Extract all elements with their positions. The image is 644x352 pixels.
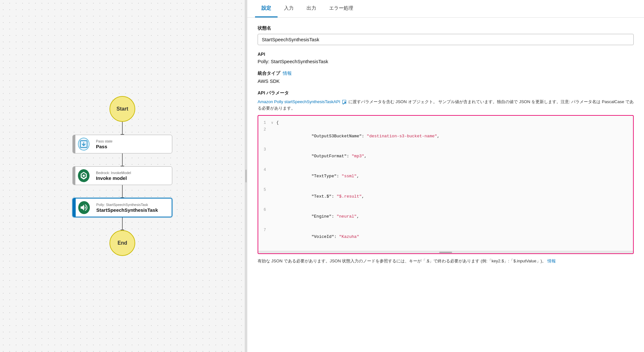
integration-type-label: 統合タイプ bbox=[258, 71, 280, 76]
code-line-1: 1 ∨ { bbox=[258, 120, 633, 126]
line-num-3: 3 bbox=[258, 147, 271, 153]
line-num-2: 2 bbox=[258, 127, 271, 133]
pass-sidebar bbox=[73, 135, 75, 153]
scrollbar-thumb bbox=[439, 252, 452, 253]
api-value: Polly: StartSpeechSynthesisTask bbox=[258, 59, 634, 64]
line-num-4: 4 bbox=[258, 167, 271, 173]
bottom-note-info-link[interactable]: 情報 bbox=[547, 259, 556, 263]
bedrock-sidebar bbox=[73, 167, 75, 185]
line-num-1: 1 bbox=[258, 120, 271, 126]
state-name-input[interactable] bbox=[258, 34, 634, 45]
panel-content: 状態名 API Polly: StartSpeechSynthesisTask … bbox=[247, 18, 644, 352]
polly-state-type: Polly: StartSpeechSynthesisTask bbox=[96, 203, 168, 207]
arrow-3 bbox=[122, 185, 123, 198]
pass-state-node[interactable]: Pass state Pass bbox=[72, 135, 172, 153]
state-name-label: 状態名 bbox=[258, 25, 634, 31]
code-text-7: "VoiceId": "Kazuha" bbox=[276, 227, 633, 247]
code-line-5: 5 "Text.$": "$.result", bbox=[258, 187, 633, 207]
right-panel: 設定 入力 出力 エラー処理 状態名 API Polly: StartSpeec… bbox=[247, 0, 644, 352]
tab-settings[interactable]: 設定 bbox=[255, 0, 278, 17]
pass-icon bbox=[79, 140, 88, 149]
polly-state-node[interactable]: Polly: StartSpeechSynthesisTask StartSpe… bbox=[72, 198, 172, 217]
tab-output[interactable]: 出力 bbox=[300, 0, 323, 17]
integration-type-info-link[interactable]: 情報 bbox=[283, 71, 292, 76]
end-node-label: End bbox=[118, 240, 127, 246]
bedrock-icon-circle bbox=[78, 169, 90, 182]
line-num-6: 6 bbox=[258, 207, 271, 213]
pass-icon-area bbox=[75, 135, 92, 153]
polly-state-name: StartSpeechSynthesisTask bbox=[96, 207, 168, 213]
code-line-7: 7 "VoiceId": "Kazuha" bbox=[258, 227, 633, 247]
code-text-6: "Engine": "neural", bbox=[276, 207, 633, 227]
bedrock-state-type: Bedrock: InvokeModel bbox=[96, 171, 168, 175]
divider-handle bbox=[245, 170, 247, 182]
integration-type-value: AWS SDK bbox=[258, 78, 634, 84]
arrow-2 bbox=[122, 153, 123, 166]
start-node-label: Start bbox=[117, 106, 128, 112]
bedrock-text-area: Bedrock: InvokeModel Invoke model bbox=[92, 167, 172, 185]
code-line-2: 2 "OutputS3BucketName": "destination-s3-… bbox=[258, 126, 633, 146]
polly-text-area: Polly: StartSpeechSynthesisTask StartSpe… bbox=[92, 199, 172, 217]
tab-error[interactable]: エラー処理 bbox=[323, 0, 360, 17]
bedrock-icon bbox=[79, 171, 88, 180]
start-node[interactable]: Start bbox=[109, 96, 135, 122]
api-label: API bbox=[258, 52, 634, 57]
polly-icon-area bbox=[76, 199, 92, 217]
bedrock-state-name: Invoke model bbox=[96, 175, 168, 181]
panel-divider bbox=[245, 0, 247, 352]
flow-diagram-panel: Start Pass state Pass bbox=[0, 0, 245, 352]
polly-icon-circle bbox=[78, 201, 90, 214]
tab-bar: 設定 入力 出力 エラー処理 bbox=[247, 0, 644, 18]
flow-container: Start Pass state Pass bbox=[72, 96, 172, 256]
code-line-6: 6 "Engine": "neural", bbox=[258, 207, 633, 227]
api-params-link[interactable]: Amazon Polly startSpeechSynthesisTaskAPI bbox=[258, 99, 348, 104]
polly-sidebar bbox=[73, 199, 76, 217]
pass-icon-circle bbox=[78, 138, 90, 151]
code-scrollbar[interactable] bbox=[258, 251, 633, 253]
integration-type-row: 統合タイプ 情報 bbox=[258, 71, 634, 76]
bottom-note: 有効な JSON である必要があります。JSON 状態入力のノードを参照するには… bbox=[258, 258, 634, 265]
code-line-3: 3 "OutputFormat": "mp3", bbox=[258, 146, 633, 166]
bedrock-state-node[interactable]: Bedrock: InvokeModel Invoke model bbox=[72, 166, 172, 185]
code-text-5: "Text.$": "$.result", bbox=[276, 187, 633, 207]
arrow-4 bbox=[122, 217, 123, 230]
code-area: 1 ∨ { 2 "OutputS3BucketName": "destinati… bbox=[258, 116, 633, 251]
external-link-icon bbox=[342, 100, 346, 104]
api-params-label: API パラメータ bbox=[258, 90, 634, 96]
arrow-1 bbox=[122, 122, 123, 135]
pass-state-type: Pass state bbox=[96, 139, 168, 143]
code-editor[interactable]: 1 ∨ { 2 "OutputS3BucketName": "destinati… bbox=[258, 115, 634, 254]
api-params-desc: Amazon Polly startSpeechSynthesisTaskAPI… bbox=[258, 99, 634, 111]
line-arrow-1: ∨ bbox=[271, 120, 276, 126]
bedrock-icon-area bbox=[75, 167, 92, 185]
line-num-5: 5 bbox=[258, 187, 271, 193]
end-node[interactable]: End bbox=[109, 230, 135, 256]
pass-text-area: Pass state Pass bbox=[92, 135, 172, 153]
pass-state-name: Pass bbox=[96, 144, 168, 149]
code-line-4: 4 "TextType": "ssml", bbox=[258, 167, 633, 187]
code-text-3: "OutputFormat": "mp3", bbox=[276, 146, 633, 166]
polly-icon bbox=[80, 203, 89, 212]
code-brace-open: { bbox=[276, 120, 633, 126]
code-text-4: "TextType": "ssml", bbox=[276, 167, 633, 187]
svg-point-1 bbox=[83, 175, 85, 177]
code-text-2: "OutputS3BucketName": "destination-s3-bu… bbox=[276, 126, 633, 146]
tab-input[interactable]: 入力 bbox=[278, 0, 300, 17]
line-num-7: 7 bbox=[258, 227, 271, 233]
